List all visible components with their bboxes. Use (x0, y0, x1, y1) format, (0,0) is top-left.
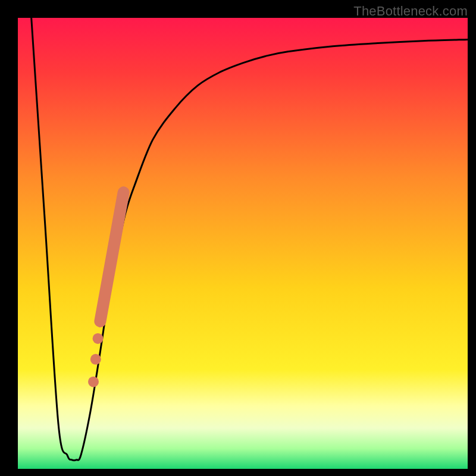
highlight-dot (93, 333, 104, 344)
highlight-dot (90, 354, 101, 365)
plot-area (18, 18, 468, 469)
gradient-background (18, 18, 468, 469)
bottleneck-chart (0, 0, 476, 476)
highlight-dot (88, 377, 99, 387)
watermark-label: TheBottleneck.com (353, 4, 468, 19)
chart-container: TheBottleneck.com (0, 0, 476, 476)
